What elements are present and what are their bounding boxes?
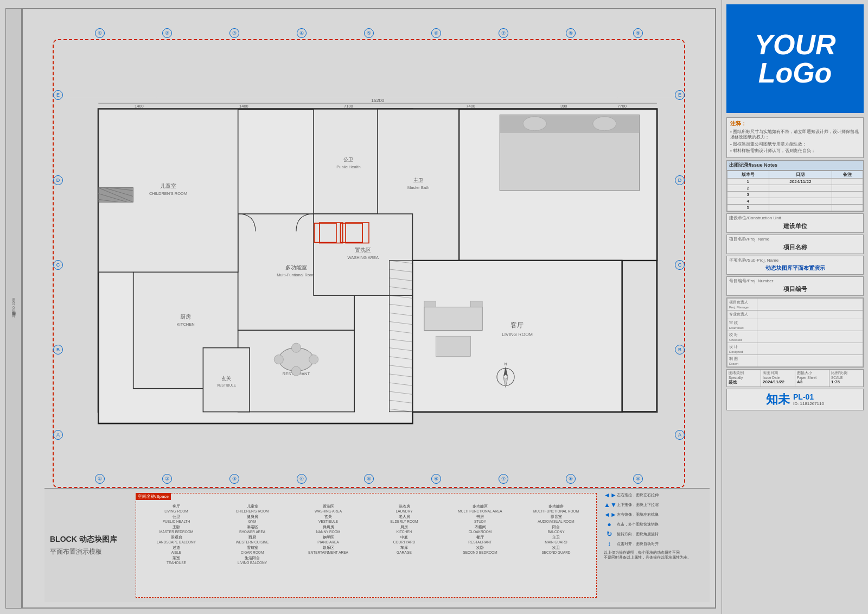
svg-rect-45 xyxy=(436,336,470,357)
arrow-instructions: ◄► 左右拖拉，图块左右拉伸 ▲▼ 上下拖像，图块上下拉缩 ◄► 左右镜像，图块… xyxy=(601,489,710,602)
note-1: • 图纸所标尺寸与实地如有不符，请立即通知设计师，设计师保留现场修改图纸的权力； xyxy=(730,129,860,141)
grid-num-9: ⑨ xyxy=(633,28,643,38)
legend-balcony: 阳台 BALCONY xyxy=(519,524,593,534)
svg-text:多功能室: 多功能室 xyxy=(285,264,307,270)
svg-text:主卫: 主卫 xyxy=(413,178,423,183)
svg-point-24 xyxy=(523,117,546,131)
legend-second-guard: 次卫 SECOND GUARD xyxy=(519,545,593,554)
table-row: 5 xyxy=(727,204,863,211)
issue-row1-notes xyxy=(832,178,863,185)
floor-plan-svg: 15200 厨房 KITCHEN 多功能室 M xyxy=(63,53,674,480)
paper-size-cell: 图幅大小Paper Sheet A3 xyxy=(795,370,829,387)
svg-text:LIVING ROOM: LIVING ROOM xyxy=(502,332,533,337)
legend-cloakroom: 衣帽间 CLOAKROOM xyxy=(443,524,518,534)
legend-living-room: 客厅 LIVING ROOM xyxy=(139,504,214,513)
svg-text:KITCHEN: KITCHEN xyxy=(177,322,195,327)
staff-designed-label: 设 计Designed xyxy=(727,343,757,355)
svg-text:公卫: 公卫 xyxy=(343,157,353,162)
svg-text:WASHING AREA: WASHING AREA xyxy=(347,255,379,260)
paper-size-label: 图幅大小Paper Sheet xyxy=(797,371,827,379)
project-number-value: 项目编号 xyxy=(729,284,861,294)
construction-unit-label: 建设单位/Construction Unit xyxy=(729,215,861,221)
svg-text:厨房: 厨房 xyxy=(180,314,191,320)
logo-line1: YOUR xyxy=(754,29,835,60)
legend-title: 空间名称/Space xyxy=(136,493,171,500)
staff-row-drawn: 制 图Drawn xyxy=(727,355,863,366)
specialty-value: 装饰 xyxy=(729,379,759,385)
svg-point-35 xyxy=(274,355,283,364)
svg-text:1400: 1400 xyxy=(135,104,144,109)
svg-rect-23 xyxy=(500,115,639,132)
svg-text:Public Health: Public Health xyxy=(336,164,360,169)
project-name-field: 项目名称/Proj. Name 项目名称 xyxy=(726,235,864,254)
notes-title: 注释： xyxy=(730,120,860,128)
grid-letter-e: E xyxy=(53,90,63,100)
logo-text: YOUR LoGo xyxy=(754,30,835,87)
arrow-item-5: ↻ 旋转方向，图块角度旋转 xyxy=(604,530,707,538)
zhiwei-logo: 知未 xyxy=(766,391,790,408)
svg-point-37 xyxy=(291,343,301,352)
staff-specialist-label: 专业负责人 xyxy=(727,310,757,319)
svg-text:VESTIBULE: VESTIBULE xyxy=(217,383,236,387)
issue-row2-version: 2 xyxy=(727,185,769,191)
legend-kitchen: 厨房 KITCHEN xyxy=(367,524,442,534)
paper-size-value: A3 xyxy=(797,379,827,384)
staff-examined-label: 审 核Examined xyxy=(727,319,757,331)
construction-unit-field: 建设单位/Construction Unit 建设单位 xyxy=(726,213,864,233)
svg-text:Master Bath: Master Bath xyxy=(407,185,429,190)
issue-row4-version: 4 xyxy=(727,198,769,204)
main-title-line1: BLOCK 动态块图库 xyxy=(50,534,126,545)
project-name-label: 项目名称/Proj. Name xyxy=(729,236,861,242)
legend-cigar-room: 雪茄室 CIGAR ROOM xyxy=(215,545,290,554)
project-number-label: 号目编号/Proj. Number xyxy=(729,278,861,284)
staff-row-proj-manager: 项目负责人Proj. Manager xyxy=(727,298,863,310)
svg-text:7100: 7100 xyxy=(344,104,353,109)
legend-public-health: 公卫 PUBLIC HEALTH xyxy=(139,514,214,523)
legend-laundry: 洗衣房 LAUNDRY xyxy=(367,504,442,513)
legend-washing-area: 置洗区 WASHING AREA xyxy=(291,504,366,513)
arrow-item-3: ◄► 左右镜像，图块左右镜像 xyxy=(604,511,707,518)
drawing-area: 知未网 znzmo.com www.znzmo.com www.znzmo.co… xyxy=(0,0,722,614)
scale-cell: 比例/比例SCALE 1:75 xyxy=(829,370,863,387)
issue-date-value: 2024/11/22 xyxy=(763,379,793,384)
grid-num-7: ⑦ xyxy=(499,28,508,38)
svg-rect-42 xyxy=(424,307,482,331)
staff-checked-label: 校 对Checked xyxy=(727,331,757,343)
arrow-item-2: ▲▼ 上下拖像，图块上下拉缩 xyxy=(604,501,707,509)
table-row: 3 xyxy=(727,191,863,198)
legend-landscape-balcony: 景观台 LANDSCAPE BALCONY xyxy=(139,535,214,544)
arrow-item-6: ↕ 点击对齐，图块自动对齐 xyxy=(604,540,707,548)
staff-row-designed: 设 计Designed xyxy=(727,343,863,355)
issue-date-cell: 出图日期Issue Date 2024/11/22 xyxy=(761,370,795,387)
legend-aisle: 过道 AISLE xyxy=(139,545,214,554)
construction-unit-value: 建设单位 xyxy=(729,221,861,231)
floor-plan-wrapper: 15200 厨房 KITCHEN 多功能室 M xyxy=(63,53,674,480)
legend-grid: 客厅 LIVING ROOM 儿童室 CHILDREN'S ROOM 置洗区 W… xyxy=(139,504,593,565)
grid-letters-left: E D C B A xyxy=(53,53,63,477)
issue-row1-version: 1 xyxy=(727,178,769,185)
legend-western-cuisine: 西厨 WESTERN CUISINE xyxy=(215,535,290,544)
notes-section: 注释： • 图纸所标尺寸与实地如有不符，请立即通知设计师，设计师保留现场修改图纸… xyxy=(726,117,864,158)
table-row: 4 xyxy=(727,198,863,204)
bottom-left-title: BLOCK 动态块图库 平面布置演示模板 xyxy=(44,489,131,602)
issue-row2-date xyxy=(769,185,832,191)
svg-text:390: 390 xyxy=(560,104,567,109)
issue-row5-version: 5 xyxy=(727,204,769,211)
left-strip: 知未网 znzmo.com xyxy=(5,8,22,609)
legend-entertainment: 娱乐区 ENTERTAINMENT AREA xyxy=(291,545,366,554)
grid-letter-c: C xyxy=(53,260,63,270)
left-strip-text: 知未网 znzmo.com xyxy=(11,298,16,319)
main-container: 知未网 znzmo.com www.znzmo.com www.znzmo.co… xyxy=(0,0,868,614)
specialty-cell: 图纸类别Specialty 装饰 xyxy=(727,370,761,387)
legend-master-bedroom: 主卧 MASTER BEDROOM xyxy=(139,524,214,534)
svg-text:Multi-Funtional Room: Multi-Funtional Room xyxy=(277,273,315,277)
issue-row1-date: 2024/11/22 xyxy=(769,178,832,185)
issue-col-version: 版本号 xyxy=(727,170,769,178)
sub-project-field: 子项名称/Sub-Proj. Name 动态块图库平面布置演示 xyxy=(726,256,864,275)
svg-point-25 xyxy=(593,117,616,131)
svg-rect-44 xyxy=(471,301,482,307)
main-title-line2: 平面布置演示模板 xyxy=(50,547,126,556)
legend-gym: 健身房 GYM xyxy=(215,514,290,523)
grid-num-5: ⑤ xyxy=(364,28,374,38)
svg-text:7700: 7700 xyxy=(617,104,627,109)
